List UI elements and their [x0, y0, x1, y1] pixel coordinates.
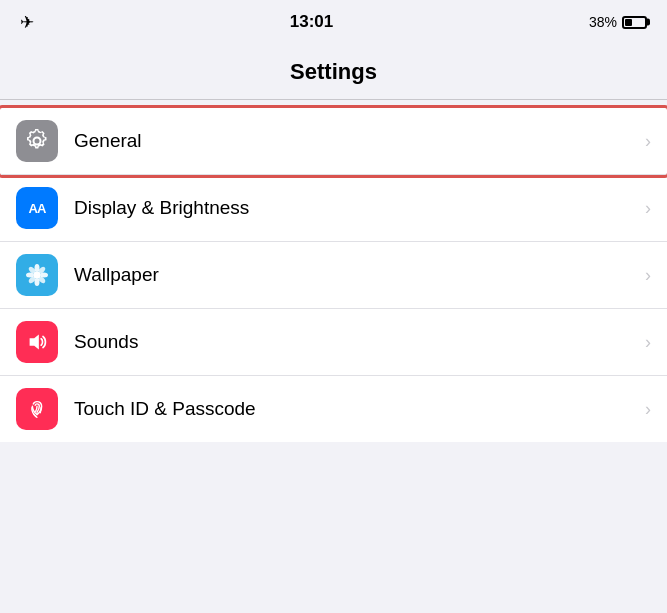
wallpaper-icon [16, 254, 58, 296]
status-time: 13:01 [290, 12, 333, 32]
sounds-icon [16, 321, 58, 363]
status-bar: ✈ 13:01 38% [0, 0, 667, 44]
settings-item-general[interactable]: General › [0, 108, 667, 175]
status-left: ✈ [20, 12, 34, 33]
battery-percent: 38% [589, 14, 617, 30]
sounds-chevron: › [645, 332, 651, 353]
touchid-icon [16, 388, 58, 430]
battery-body [622, 16, 647, 29]
touchid-chevron: › [645, 399, 651, 420]
sounds-label: Sounds [74, 331, 645, 353]
general-label: General [74, 130, 645, 152]
wallpaper-chevron: › [645, 265, 651, 286]
settings-list: General › AA Display & Brightness › [0, 108, 667, 442]
settings-item-wallpaper[interactable]: Wallpaper › [0, 242, 667, 309]
display-chevron: › [645, 198, 651, 219]
airplane-icon: ✈ [20, 12, 34, 33]
display-icon-text: AA [29, 201, 46, 216]
wallpaper-label: Wallpaper [74, 264, 645, 286]
page-title: Settings [290, 59, 377, 85]
display-icon: AA [16, 187, 58, 229]
navigation-bar: Settings [0, 44, 667, 100]
svg-point-9 [34, 272, 41, 279]
status-right: 38% [589, 14, 647, 30]
general-icon [16, 120, 58, 162]
settings-item-touchid[interactable]: Touch ID & Passcode › [0, 376, 667, 442]
general-chevron: › [645, 131, 651, 152]
touchid-label: Touch ID & Passcode [74, 398, 645, 420]
svg-marker-10 [30, 335, 39, 350]
battery-icon [622, 16, 647, 29]
settings-item-display[interactable]: AA Display & Brightness › [0, 175, 667, 242]
settings-item-sounds[interactable]: Sounds › [0, 309, 667, 376]
battery-fill [625, 19, 632, 26]
display-label: Display & Brightness [74, 197, 645, 219]
